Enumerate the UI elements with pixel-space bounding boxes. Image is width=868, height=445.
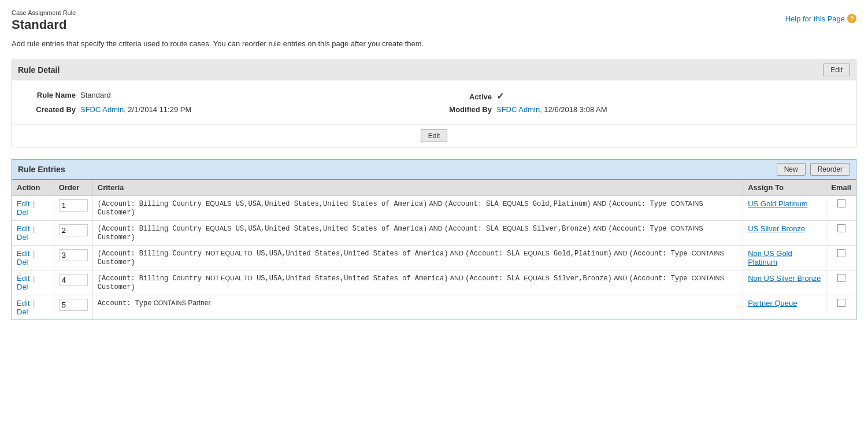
rule-detail-section: Rule Detail Edit Rule Name Standard Acti… <box>12 60 856 147</box>
modified-by-date: , 12/6/2018 3:08 AM <box>540 105 607 114</box>
assign-to-link[interactable]: Partner Queue <box>748 299 797 307</box>
action-cell: Edit | Del <box>12 196 54 221</box>
table-row: Edit | Del Account: Type CONTAINS Partne… <box>12 295 856 320</box>
table-row: Edit | Del (Account: Billing Country NOT… <box>12 246 856 270</box>
edit-link[interactable]: Edit <box>17 249 29 258</box>
new-button[interactable]: New <box>777 163 806 176</box>
col-order: Order <box>54 180 92 196</box>
assign-to-cell: Partner Queue <box>743 295 826 320</box>
action-links: Edit | Del <box>17 274 36 291</box>
created-by-user-link[interactable]: SFDC Admin <box>80 105 124 114</box>
del-link[interactable]: Del <box>17 283 28 291</box>
edit-button-bottom[interactable]: Edit <box>421 129 448 142</box>
assign-to-link[interactable]: US Gold Platinum <box>748 199 807 208</box>
action-links: Edit | Del <box>17 224 36 242</box>
email-checkbox[interactable] <box>837 224 845 232</box>
active-row: Active ✓ <box>440 91 844 102</box>
page-title: Standard <box>12 17 76 32</box>
action-cell: Edit | Del <box>12 221 54 246</box>
order-cell <box>54 196 92 221</box>
criteria-cell: (Account: Billing Country EQUALS US,USA,… <box>92 196 743 221</box>
col-assign-to: Assign To <box>743 180 826 196</box>
entries-title: Rule Entries <box>18 165 772 174</box>
email-cell <box>826 295 856 320</box>
action-separator: | <box>31 249 35 258</box>
order-input[interactable] <box>59 274 88 286</box>
table-row: Edit | Del (Account: Billing Country EQU… <box>12 221 856 246</box>
edit-button-top[interactable]: Edit <box>823 64 850 76</box>
order-input[interactable] <box>59 249 88 261</box>
modified-by-row: Modified By SFDC Admin, 12/6/2018 3:08 A… <box>440 105 844 114</box>
criteria-cell: Account: Type CONTAINS Partner <box>92 295 743 320</box>
assign-to-link[interactable]: Non US Gold Platinum <box>748 249 792 266</box>
del-link[interactable]: Del <box>17 307 28 316</box>
rule-name-label: Rule Name <box>24 91 76 99</box>
email-checkbox[interactable] <box>837 274 845 282</box>
action-links: Edit | Del <box>17 199 36 217</box>
edit-link[interactable]: Edit <box>17 274 29 283</box>
action-separator: | <box>31 299 35 307</box>
help-icon: ? <box>847 14 856 23</box>
rule-name-value: Standard <box>80 91 111 99</box>
email-checkbox[interactable] <box>837 299 845 307</box>
action-links: Edit | Del <box>17 299 36 316</box>
email-cell <box>826 246 856 270</box>
assign-to-link[interactable]: Non US Silver Bronze <box>748 274 821 283</box>
order-input[interactable] <box>59 299 88 311</box>
assign-to-cell: Non US Silver Bronze <box>743 270 826 295</box>
edit-link[interactable]: Edit <box>17 299 29 307</box>
order-cell <box>54 270 92 295</box>
email-cell <box>826 221 856 246</box>
rule-detail-header: Rule Detail Edit <box>12 60 856 80</box>
table-row: Edit | Del (Account: Billing Country EQU… <box>12 196 856 221</box>
edit-link[interactable]: Edit <box>17 199 29 208</box>
created-by-value: SFDC Admin, 2/1/2014 11:29 PM <box>80 105 191 114</box>
col-action: Action <box>12 180 54 196</box>
modified-by-label: Modified By <box>440 105 492 114</box>
rule-name-row: Rule Name Standard <box>24 91 428 102</box>
col-criteria: Criteria <box>92 180 743 196</box>
page-subtitle: Case Assignment Rule <box>12 9 76 16</box>
help-link[interactable]: Help for this Page ? <box>785 14 856 23</box>
criteria-cell: (Account: Billing Country NOT EQUAL TO U… <box>92 246 743 270</box>
email-checkbox[interactable] <box>837 199 845 207</box>
rule-detail-body: Rule Name Standard Active ✓ Created By S… <box>12 80 856 124</box>
active-value: ✓ <box>496 91 504 102</box>
del-link[interactable]: Del <box>17 258 28 266</box>
email-checkbox[interactable] <box>837 249 845 257</box>
col-email: Email <box>826 180 856 196</box>
detail-grid: Rule Name Standard Active ✓ Created By S… <box>24 86 844 118</box>
order-cell <box>54 246 92 270</box>
order-cell <box>54 221 92 246</box>
action-separator: | <box>31 274 35 283</box>
entries-header: Rule Entries New Reorder <box>12 160 856 180</box>
rule-entries-section: Rule Entries New Reorder Action Order Cr… <box>12 159 856 320</box>
assign-to-cell: US Silver Bronze <box>743 221 826 246</box>
reorder-button[interactable]: Reorder <box>810 163 850 176</box>
assign-to-cell: Non US Gold Platinum <box>743 246 826 270</box>
del-link[interactable]: Del <box>17 233 28 242</box>
order-input[interactable] <box>59 224 88 236</box>
created-by-row: Created By SFDC Admin, 2/1/2014 11:29 PM <box>24 105 428 114</box>
page-title-section: Case Assignment Rule Standard <box>12 9 76 32</box>
entries-table: Action Order Criteria Assign To Email Ed… <box>12 180 856 320</box>
created-by-label: Created By <box>24 105 76 114</box>
action-cell: Edit | Del <box>12 246 54 270</box>
table-row: Edit | Del (Account: Billing Country NOT… <box>12 270 856 295</box>
del-link[interactable]: Del <box>17 208 28 217</box>
email-cell <box>826 196 856 221</box>
page-description: Add rule entries that specify the criter… <box>12 39 856 48</box>
page-header: Case Assignment Rule Standard Help for t… <box>12 9 856 32</box>
table-header-row: Action Order Criteria Assign To Email <box>12 180 856 196</box>
help-label: Help for this Page <box>785 14 845 23</box>
active-label: Active <box>440 92 492 101</box>
order-input[interactable] <box>59 199 88 212</box>
action-separator: | <box>31 199 35 208</box>
modified-by-user-link[interactable]: SFDC Admin <box>496 105 540 114</box>
rule-detail-footer: Edit <box>12 124 856 147</box>
email-cell <box>826 270 856 295</box>
edit-link[interactable]: Edit <box>17 224 29 233</box>
action-separator: | <box>31 224 35 233</box>
action-cell: Edit | Del <box>12 295 54 320</box>
assign-to-link[interactable]: US Silver Bronze <box>748 224 805 233</box>
